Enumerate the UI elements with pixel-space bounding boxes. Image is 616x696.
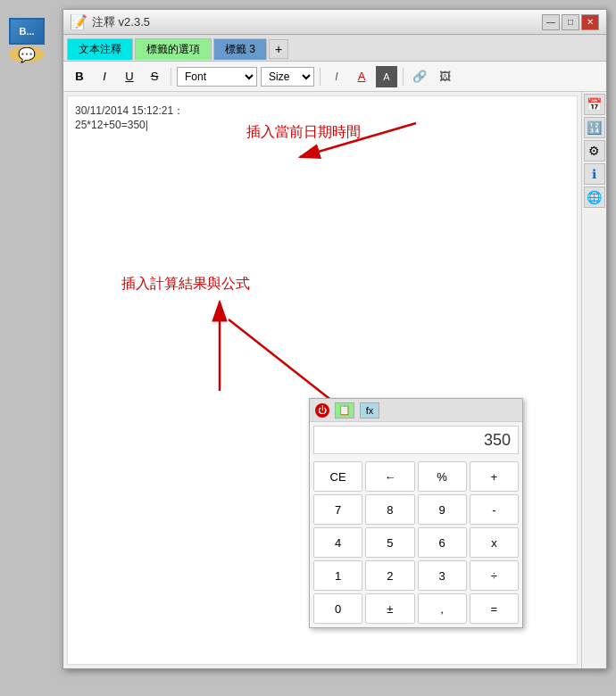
strikethrough-button[interactable]: S [144, 66, 165, 87]
calc-btn-backspace[interactable]: ← [365, 461, 414, 492]
sidebar-btn-calc[interactable]: 🔢 [584, 117, 605, 138]
tab-tag3-label: 標籤 3 [225, 42, 255, 57]
italic-button[interactable]: I [94, 66, 115, 87]
tab-add-button[interactable]: + [269, 39, 288, 59]
calc-btn-6[interactable]: 6 [418, 527, 467, 558]
link-icon: 🔗 [412, 70, 427, 83]
calc-btn-0[interactable]: 0 [313, 593, 362, 624]
calc-btn-percent[interactable]: % [418, 461, 467, 492]
tab-tag3[interactable]: 標籤 3 [213, 38, 267, 60]
calc-power-icon[interactable]: ⏻ [315, 403, 329, 418]
taskbar-top-label: B... [19, 26, 34, 37]
calc-copy-button[interactable]: 📋 [335, 402, 354, 418]
calc-btn-ce[interactable]: CE [313, 461, 362, 492]
taskbar-icon[interactable]: B... 💬 [4, 18, 49, 62]
italic-style-icon: I [335, 70, 337, 83]
taskbar-icon-top: B... [9, 18, 45, 45]
tab-bar: 文本注釋 標籤的選項 標籤 3 + [63, 35, 606, 62]
calc-display: 350 [313, 426, 519, 454]
sidebar-btn-calendar[interactable]: 📅 [584, 94, 605, 115]
toolbar: B I U S Font Size I A A 🔗 🖼 [63, 62, 606, 92]
editor-area[interactable]: 30/11/2014 15:12:21： 25*12+50=350| 插入當前日… [67, 95, 578, 665]
underline-button[interactable]: U [119, 66, 140, 87]
font-color-icon: A [358, 70, 366, 83]
tab-text-annotation-label: 文本注釋 [79, 42, 121, 57]
calc-btn-plus[interactable]: + [470, 461, 519, 492]
calc-formula-icon: fx [366, 405, 374, 416]
main-window: 📝 注釋 v2.3.5 — □ ✕ 文本注釋 標籤的選項 標籤 3 + B I … [62, 9, 607, 669]
calc-btn-8[interactable]: 8 [365, 494, 414, 525]
tab-tag-options[interactable]: 標籤的選項 [135, 38, 212, 60]
font-shadow-icon: A [383, 71, 389, 82]
calc-btn-4[interactable]: 4 [313, 527, 362, 558]
close-button[interactable]: ✕ [581, 14, 599, 30]
calc-btn-comma[interactable]: , [418, 593, 467, 624]
tab-add-icon: + [275, 42, 282, 56]
calc-btn-2[interactable]: 2 [365, 560, 414, 591]
calculator: ⏻ 📋 fx 350 CE ← % [309, 398, 523, 628]
calc-sidebar-icon: 🔢 [587, 120, 602, 135]
calc-power-symbol: ⏻ [318, 405, 327, 415]
calc-btn-5[interactable]: 5 [365, 527, 414, 558]
arrow-date-svg [282, 114, 461, 168]
link-button[interactable]: 🔗 [409, 66, 430, 87]
font-selector[interactable]: Font [177, 67, 257, 87]
calc-btn-divide[interactable]: ÷ [470, 560, 519, 591]
calc-btn-multiply[interactable]: x [470, 527, 519, 558]
web-icon: 🌐 [587, 190, 602, 204]
calc-display-value: 350 [484, 431, 511, 450]
maximize-button[interactable]: □ [562, 14, 579, 30]
tab-text-annotation[interactable]: 文本注釋 [67, 38, 133, 60]
svg-line-1 [300, 123, 416, 157]
sidebar: 📅 🔢 ⚙ ℹ 🌐 [581, 92, 606, 668]
main-area: 30/11/2014 15:12:21： 25*12+50=350| 插入當前日… [63, 92, 606, 668]
sidebar-btn-info[interactable]: ℹ [584, 163, 605, 185]
calc-button-grid: CE ← % + 7 8 9 - 4 5 6 x 1 2 3 ÷ 0 [310, 458, 522, 627]
taskbar-bottom-icon: 💬 [18, 46, 36, 63]
taskbar-icon-bottom: 💬 [9, 46, 45, 62]
toolbar-sep-3 [403, 68, 404, 86]
toolbar-sep-1 [171, 68, 171, 86]
calc-titlebar: ⏻ 📋 fx [310, 399, 522, 422]
image-button[interactable]: 🖼 [434, 66, 455, 87]
settings-icon: ⚙ [588, 144, 600, 158]
sidebar-btn-web[interactable]: 🌐 [584, 186, 605, 208]
app-icon: 📝 [71, 14, 87, 30]
info-icon: ℹ [592, 167, 596, 181]
size-selector[interactable]: Size [261, 67, 314, 87]
font-color-button[interactable]: A [351, 66, 372, 87]
sidebar-btn-settings[interactable]: ⚙ [584, 140, 605, 162]
annotation-calc-label: 插入計算結果與公式 [121, 275, 250, 294]
window-title: 注釋 v2.3.5 [92, 14, 542, 30]
calc-formula-button[interactable]: fx [360, 402, 379, 418]
calc-btn-plusminus[interactable]: ± [365, 593, 414, 624]
calc-btn-equals[interactable]: = [470, 593, 519, 624]
calc-btn-7[interactable]: 7 [313, 494, 362, 525]
calc-btn-3[interactable]: 3 [418, 560, 467, 591]
bold-button[interactable]: B [69, 66, 90, 87]
title-bar: 📝 注釋 v2.3.5 — □ ✕ [63, 10, 606, 35]
tab-tag-options-label: 標籤的選項 [146, 42, 200, 57]
calc-btn-minus[interactable]: - [470, 494, 519, 525]
window-controls: — □ ✕ [542, 14, 599, 30]
font-shadow-button[interactable]: A [376, 66, 397, 87]
calendar-icon: 📅 [587, 97, 602, 112]
image-icon: 🖼 [439, 70, 451, 83]
calc-btn-9[interactable]: 9 [418, 494, 467, 525]
minimize-button[interactable]: — [542, 14, 560, 30]
calc-copy-icon: 📋 [338, 404, 351, 416]
italic-style-button[interactable]: I [326, 66, 347, 87]
calc-btn-1[interactable]: 1 [313, 560, 362, 591]
app-logo-icon: 📝 [70, 13, 87, 30]
toolbar-sep-2 [320, 68, 320, 86]
